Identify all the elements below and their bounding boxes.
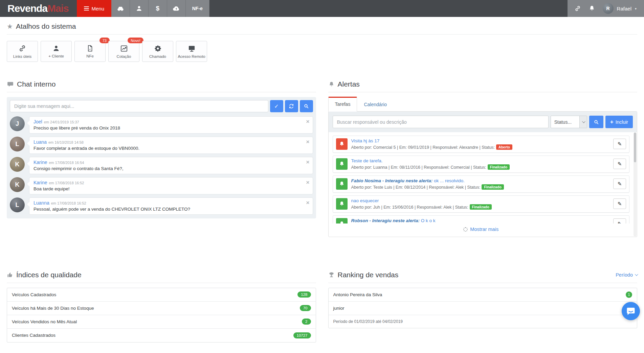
- avatar: K: [10, 157, 25, 172]
- show-more-button[interactable]: Mostrar mais: [463, 227, 498, 232]
- edit-button[interactable]: ✎: [613, 218, 626, 223]
- shortcut-cliente[interactable]: + Cliente: [41, 41, 72, 62]
- message-text: Pessoal, alguém pode ver a venda do CHEV…: [34, 207, 303, 212]
- close-icon[interactable]: ×: [306, 119, 310, 124]
- scrollbar-thumb[interactable]: [634, 133, 636, 162]
- cloud-nav-button[interactable]: [167, 0, 186, 17]
- tab-calendario[interactable]: Calendário: [357, 98, 394, 111]
- alerts-search-button[interactable]: [589, 116, 603, 128]
- edit-button[interactable]: ✎: [613, 139, 626, 149]
- shortcut-buttons: Links úteis + Cliente 73 NFe Novo!: [7, 41, 637, 62]
- shortcut-nfe[interactable]: 73 NFe: [74, 41, 106, 62]
- nfe-nav-button[interactable]: NF-e: [186, 0, 209, 17]
- message-author[interactable]: Karine: [34, 160, 47, 165]
- index-row: Veículos há Mais de 30 Dias no Estoque 7…: [7, 302, 316, 315]
- chat-search-button[interactable]: [300, 100, 313, 112]
- link-icon: [574, 5, 581, 12]
- alert-meta-text: Aberto por: Luanna | Em: 08/11/2016 | Re…: [351, 165, 486, 170]
- index-value-badge: 128: [297, 291, 311, 298]
- ranking-title: Ranking de vendas: [338, 271, 399, 279]
- period-dropdown[interactable]: Período: [616, 272, 637, 278]
- navbar-spacer: [209, 0, 568, 17]
- close-icon[interactable]: ×: [306, 200, 310, 206]
- plus-icon: +: [610, 119, 614, 125]
- notifications-button[interactable]: [589, 5, 595, 12]
- message-author[interactable]: Karine: [34, 180, 47, 185]
- user-icon: [136, 5, 142, 12]
- quality-indices-section: Índices de qualidade Veículos Cadastrado…: [7, 271, 316, 343]
- chat-message: L Luanaem 16/10/2018 14:58 Favor complet…: [10, 137, 313, 154]
- alert-bell-icon: [336, 138, 348, 150]
- close-icon[interactable]: ×: [306, 139, 310, 145]
- message-bubble: Joelem 24/01/2019 15:37 Preciso que libe…: [29, 116, 313, 134]
- chat-message-input[interactable]: [10, 100, 268, 112]
- alerts-search-input[interactable]: [333, 116, 549, 128]
- incluir-label: Incluir: [616, 119, 628, 125]
- chat-launcher-button[interactable]: [622, 302, 640, 320]
- alert-title-link[interactable]: nao esquecer: [351, 198, 610, 203]
- period-label: Período: [616, 272, 633, 278]
- tab-tarefas[interactable]: Tarefas: [328, 97, 357, 112]
- top-navbar: RevendaMais Menu $ NF-e: [0, 0, 644, 17]
- alerts-section: Alertas Tarefas Calendário Status...: [328, 80, 638, 237]
- shortcut-chamado[interactable]: Chamado: [142, 41, 173, 62]
- caret-down-icon: ▾: [635, 7, 637, 10]
- menu-button[interactable]: Menu: [77, 0, 111, 17]
- check-icon: ✓: [274, 103, 279, 110]
- close-icon[interactable]: ×: [306, 180, 310, 185]
- shortcut-cotacao[interactable]: Novo! Cotação: [108, 41, 139, 62]
- alert-meta-text: Aberto por: Juh | Em: 15/06/2016 | Respo…: [351, 205, 468, 210]
- divider: [328, 283, 638, 283]
- clients-nav-button[interactable]: [130, 0, 149, 17]
- alert-title-link[interactable]: Visita hj às 17: [351, 138, 610, 143]
- brand-logo[interactable]: RevendaMais: [0, 0, 77, 17]
- sales-ranking-section: Ranking de vendas Período Antonio Pereir…: [328, 271, 638, 343]
- user-icon: [52, 45, 60, 52]
- close-icon[interactable]: ×: [306, 159, 310, 165]
- alert-title-link[interactable]: Robson - Interagiu neste alerta: O k o k: [351, 218, 610, 223]
- message-author[interactable]: Luana: [34, 139, 47, 145]
- thumbs-up-icon: [7, 272, 13, 278]
- alert-title-link[interactable]: Teste de tarefa.: [351, 158, 610, 163]
- avatar: J: [10, 116, 25, 131]
- index-label: Veículos Cadastrados: [12, 292, 56, 297]
- car-icon: [116, 4, 125, 13]
- index-row: Clientes Cadastrados 10727: [7, 329, 316, 342]
- shortcut-label: + Cliente: [48, 54, 64, 58]
- shortcuts-title: Atalhos do sistema: [16, 22, 76, 30]
- chat-refresh-button[interactable]: [285, 100, 298, 112]
- vehicles-nav-button[interactable]: [111, 0, 130, 17]
- pdf-file-icon: [86, 45, 94, 52]
- message-bubble: Karineem 17/08/2018 16:54 Consigo reimpr…: [29, 157, 313, 174]
- ranking-title-row: Ranking de vendas: [328, 271, 399, 279]
- menu-label: Menu: [92, 6, 105, 11]
- trophy-icon: [328, 272, 335, 278]
- scrollbar-track[interactable]: [634, 133, 637, 236]
- indices-title-row: Índices de qualidade: [7, 271, 316, 279]
- alerts-tabs: Tarefas Calendário: [328, 97, 638, 111]
- line-chart-icon: [120, 45, 128, 52]
- shortcut-links-uteis[interactable]: Links úteis: [7, 41, 38, 62]
- incluir-button[interactable]: + Incluir: [605, 116, 633, 128]
- alert-bell-icon: [336, 158, 348, 170]
- edit-button[interactable]: ✎: [613, 198, 626, 209]
- divider: [7, 92, 316, 92]
- status-select-value: Status...: [551, 119, 579, 125]
- status-select[interactable]: Status...: [551, 116, 587, 128]
- message-text: Favor completar a entrada de estoque do …: [34, 146, 303, 151]
- shortcut-acesso-remoto[interactable]: Acesso Remoto: [176, 41, 207, 62]
- edit-button[interactable]: ✎: [613, 179, 626, 189]
- message-author[interactable]: Joel: [34, 119, 42, 124]
- alert-title-link[interactable]: Fabio Nosima - Interagiu neste alerta: o…: [351, 178, 610, 183]
- edit-button[interactable]: ✎: [613, 159, 626, 169]
- dollar-icon: $: [156, 5, 159, 12]
- finance-nav-button[interactable]: $: [149, 0, 167, 17]
- cloud-upload-icon: [172, 4, 180, 13]
- chat-send-button[interactable]: ✓: [270, 100, 283, 112]
- message-author[interactable]: Luanna: [34, 200, 49, 206]
- user-menu[interactable]: R Rafael ▾: [603, 3, 637, 14]
- hamburger-icon: [84, 6, 89, 10]
- avatar: L: [10, 197, 25, 212]
- quick-links-button[interactable]: [574, 5, 581, 12]
- shortcut-label: Acesso Remoto: [178, 54, 205, 58]
